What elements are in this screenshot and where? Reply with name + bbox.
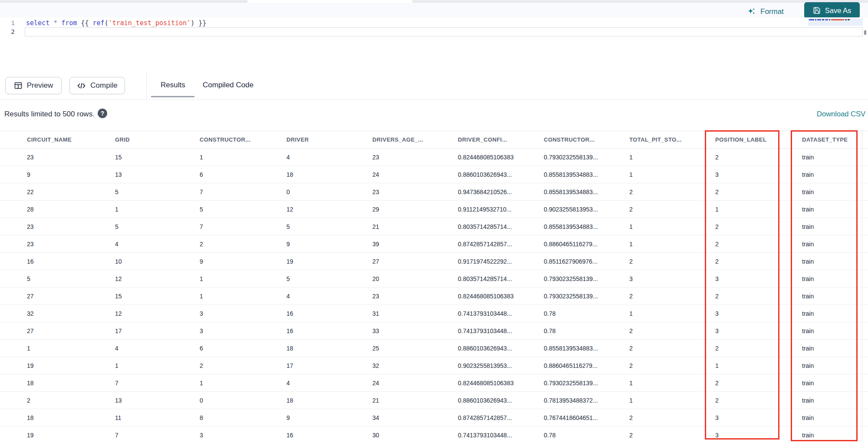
table-row: 191217320.9023255813953...0.886046511627…: [0, 357, 868, 374]
table-cell: 2: [629, 188, 715, 195]
table-cell: 15: [115, 154, 200, 161]
table-cell: 7: [200, 223, 286, 230]
table-cell: train: [802, 310, 868, 317]
code-token: [57, 19, 61, 27]
code-token: ) }}: [191, 19, 206, 27]
table-cell: 5: [115, 223, 200, 230]
table-cell: 27: [372, 258, 458, 265]
editor-scrollbar-thumb[interactable]: [864, 30, 866, 35]
table-cell: 1: [200, 380, 286, 387]
table-row: 14618250.8860103626943...0.8558139534883…: [0, 340, 868, 357]
table-cell: 23: [27, 241, 115, 248]
table-cell: 17: [115, 327, 200, 334]
table-cell: 0.8742857142857...: [458, 241, 544, 248]
table-cell: 5: [286, 275, 372, 282]
code-token: select: [26, 19, 49, 27]
table-cell: 2: [629, 206, 715, 213]
table-cell: 32: [27, 310, 115, 317]
table-row: 231514230.8244680851063830.7930232558139…: [0, 149, 868, 166]
download-csv-link[interactable]: Download CSV: [817, 110, 865, 118]
table-row: 271514230.8244680851063830.7930232558139…: [0, 288, 868, 305]
preview-button[interactable]: Preview: [5, 77, 62, 94]
table-cell: 7: [115, 432, 200, 439]
table-cell: 0.8860103626943...: [458, 171, 544, 178]
table-cell: 34: [372, 414, 458, 421]
table-cell: train: [802, 414, 868, 421]
table-cell: 0: [200, 397, 286, 404]
minimap-code-line: [808, 18, 863, 20]
table-cell: train: [802, 432, 868, 439]
active-file-tab[interactable]: [247, 0, 412, 3]
table-cell: 23: [372, 293, 458, 300]
table-row: 1610919270.9171974522292...0.85116279069…: [0, 253, 868, 270]
code-brackets-icon: [77, 81, 86, 90]
table-cell: train: [802, 345, 868, 352]
code-line-1[interactable]: select * from {{ ref('train_test_positio…: [26, 19, 206, 27]
table-cell: 0.7413793103448...: [458, 432, 544, 439]
table-cell: 2: [629, 414, 715, 421]
table-row: 51215200.8035714285714...0.7930232558139…: [0, 270, 868, 288]
table-cell: 4: [286, 380, 372, 387]
save-as-button[interactable]: Save As: [804, 2, 860, 19]
code-token: from: [61, 19, 77, 27]
table-cell: 0.78: [544, 432, 629, 439]
table-cell: 1: [715, 206, 802, 213]
table-cell: 18: [27, 414, 115, 421]
table-cell: 7: [200, 188, 286, 195]
table-cell: 0.8558139534883...: [544, 223, 629, 230]
table-cell: 2: [715, 397, 802, 404]
table-cell: 2: [629, 362, 715, 369]
tab-results[interactable]: Results: [161, 81, 185, 89]
table-cell: train: [802, 171, 868, 178]
table-cell: 2: [629, 293, 715, 300]
code-token: *: [53, 19, 57, 27]
table-cell: 5: [115, 188, 200, 195]
table-cell: 1: [27, 345, 115, 352]
format-button[interactable]: Format: [747, 6, 784, 17]
table-cell: 0.8558139534883...: [544, 171, 629, 178]
table-cell: 3: [200, 432, 286, 439]
table-cell: 2: [629, 432, 715, 439]
table-right-edge: [862, 131, 862, 443]
compile-button[interactable]: Compile: [69, 77, 125, 94]
table-header-row: CIRCUIT_NAMEGRIDCONSTRUCTOR...DRIVERDRIV…: [0, 131, 868, 149]
table-cell: 23: [372, 154, 458, 161]
table-cell: 23: [372, 188, 458, 195]
table-cell: 5: [200, 206, 286, 213]
table-cell: train: [802, 397, 868, 404]
table-cell: 1: [629, 223, 715, 230]
table-cell: 1: [715, 362, 802, 369]
table-cell: 1: [629, 397, 715, 404]
column-header: DRIVER: [286, 136, 372, 143]
table-cell: 0.8511627906976...: [544, 258, 629, 265]
table-cell: 4: [286, 154, 372, 161]
table-cell: 13: [115, 171, 200, 178]
table-cell: train: [802, 275, 868, 282]
table-cell: 0.9473684210526...: [458, 188, 544, 195]
table-cell: 7: [115, 380, 200, 387]
table-cell: 16: [286, 327, 372, 334]
table-cell: 12: [115, 310, 200, 317]
table-row: 213018210.8860103626943...0.781395348837…: [0, 392, 868, 409]
table-row: 18714240.8244680851063830.7930232558139.…: [0, 374, 868, 392]
table-cell: 25: [372, 345, 458, 352]
table-cell: 11: [115, 414, 200, 421]
table-row: 22570230.9473684210526...0.8558139534883…: [0, 183, 868, 201]
table-cell: 0.7930232558139...: [544, 293, 629, 300]
table-cell: 33: [372, 327, 458, 334]
table-cell: 0.8742857142857...: [458, 414, 544, 421]
table-cell: 10: [115, 258, 200, 265]
table-cell: 22: [27, 188, 115, 195]
table-cell: 9: [286, 241, 372, 248]
table-cell: 0.78: [544, 327, 629, 334]
tab-compiled-code[interactable]: Compiled Code: [203, 81, 253, 89]
editor-minimap[interactable]: [808, 18, 863, 26]
help-icon[interactable]: ?: [98, 109, 107, 118]
column-header: POSITION_LABEL: [715, 136, 802, 143]
column-header: TOTAL_PIT_STO...: [629, 136, 715, 143]
code-token: 'train_test_position': [108, 19, 191, 27]
sql-editor[interactable]: 1 2 select * from {{ ref('train_test_pos…: [0, 17, 868, 69]
table-cell: 1: [200, 154, 286, 161]
table-cell: 0.8860103626943...: [458, 397, 544, 404]
table-cell: train: [802, 154, 868, 161]
